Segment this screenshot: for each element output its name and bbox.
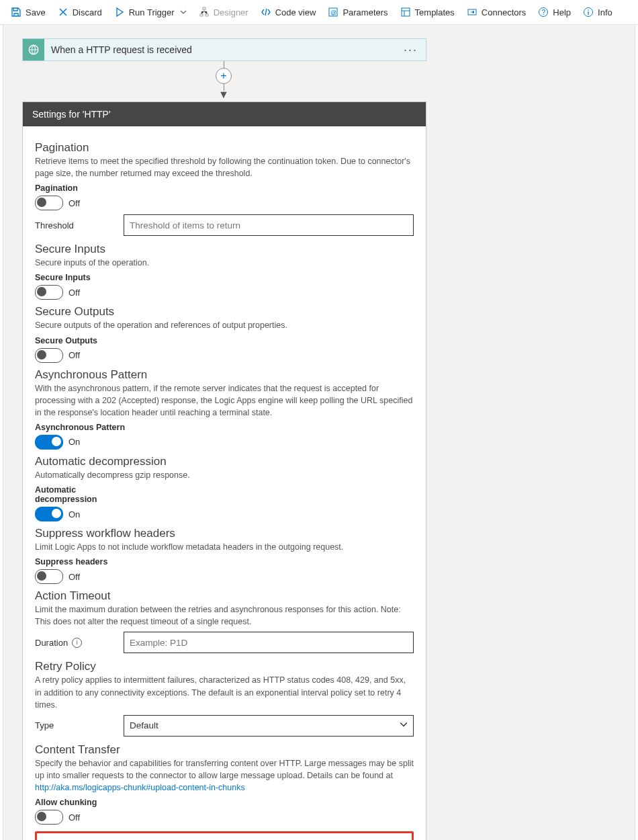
designer-canvas: When a HTTP request is received ··· + ▼ … — [3, 25, 635, 840]
trigger-card[interactable]: When a HTTP request is received ··· — [22, 38, 426, 61]
save-label: Save — [26, 7, 46, 17]
secure-inputs-desc: Secure inputs of the operation. — [35, 257, 414, 269]
svg-point-10 — [588, 9, 589, 11]
chunking-toggle[interactable] — [35, 810, 63, 825]
templates-label: Templates — [415, 7, 455, 17]
add-step-button[interactable]: + — [216, 68, 232, 84]
pagination-state: Off — [69, 198, 80, 208]
retry-type-select[interactable]: Default — [124, 715, 414, 737]
async-desc: With the asynchronous pattern, if the re… — [35, 382, 414, 419]
toolbar: Save Discard Run Trigger Designer Code v… — [0, 0, 638, 25]
parameters-icon: @ — [328, 7, 338, 17]
decompress-label: Automatic decompression — [35, 485, 109, 504]
suppress-desc: Limit Logic Apps to not include workflow… — [35, 541, 414, 553]
retry-type-label: Type — [35, 720, 116, 730]
pagination-toggle[interactable] — [35, 196, 63, 210]
async-label: Asynchronous Pattern — [35, 423, 414, 432]
discard-button[interactable]: Discard — [52, 4, 107, 20]
connectors-icon — [467, 7, 477, 17]
secure-outputs-toggle[interactable] — [35, 348, 63, 363]
decompress-title: Automatic decompression — [35, 455, 414, 468]
secure-outputs-title: Secure Outputs — [35, 305, 414, 319]
run-trigger-button[interactable]: Run Trigger — [109, 4, 192, 20]
help-label: Help — [553, 7, 571, 17]
save-button[interactable]: Save — [5, 4, 51, 20]
run-label: Run Trigger — [129, 7, 175, 17]
chunking-state: Off — [69, 812, 80, 823]
suppress-title: Suppress workflow headers — [35, 527, 414, 540]
help-button[interactable]: ? Help — [533, 4, 576, 20]
code-icon — [261, 7, 271, 17]
templates-button[interactable]: Templates — [395, 4, 460, 20]
svg-rect-2 — [206, 14, 208, 16]
secure-outputs-desc: Secure outputs of the operation and refe… — [35, 319, 414, 331]
pagination-label: Pagination — [35, 183, 414, 193]
secure-inputs-state: Off — [69, 288, 80, 298]
discard-icon — [58, 7, 69, 17]
secure-inputs-label: Secure Inputs — [35, 273, 414, 282]
duration-label: Duration i — [35, 638, 116, 648]
connector-line: + ▼ — [22, 61, 425, 100]
threshold-input[interactable] — [124, 214, 414, 236]
designer-button[interactable]: Designer — [193, 4, 254, 20]
settings-panel: Settings for 'HTTP' Pagination Retrieve … — [22, 101, 426, 840]
help-icon: ? — [538, 7, 549, 17]
codeview-label: Code view — [275, 7, 316, 17]
chevron-down-icon — [180, 9, 187, 15]
codeview-button[interactable]: Code view — [255, 4, 322, 20]
info-tip-icon[interactable]: i — [72, 638, 82, 648]
async-title: Asynchronous Pattern — [35, 368, 414, 382]
svg-rect-1 — [200, 14, 203, 16]
svg-rect-0 — [203, 7, 206, 9]
info-icon — [583, 7, 594, 17]
parameters-button[interactable]: @ Parameters — [322, 4, 393, 20]
play-icon — [114, 7, 125, 17]
async-state: On — [69, 437, 80, 447]
retry-desc: A retry policy applies to intermittent f… — [35, 674, 414, 710]
http-trigger-icon — [23, 39, 44, 60]
duration-input[interactable] — [124, 632, 414, 653]
secure-outputs-label: Secure Outputs — [35, 336, 414, 345]
tracked-properties-highlight: Tracked Properties MyCustomTrackedProper… — [35, 831, 414, 840]
svg-rect-5 — [402, 8, 410, 16]
suppress-toggle[interactable] — [35, 569, 63, 584]
settings-header: Settings for 'HTTP' — [23, 102, 426, 126]
designer-label: Designer — [214, 7, 248, 17]
timeout-desc: Limit the maximum duration between the r… — [35, 603, 414, 628]
info-button[interactable]: Info — [578, 4, 618, 20]
retry-type-value: Default — [130, 720, 158, 730]
secure-outputs-state: Off — [69, 350, 80, 360]
chunking-label: Allow chunking — [35, 798, 414, 807]
threshold-label: Threshold — [35, 220, 116, 230]
arrow-down-icon: ▼ — [218, 89, 229, 100]
trigger-title: When a HTTP request is received — [44, 44, 396, 55]
connectors-label: Connectors — [482, 7, 526, 17]
templates-icon — [400, 7, 411, 17]
content-title: Content Transfer — [35, 743, 414, 757]
designer-icon — [199, 7, 210, 17]
content-link[interactable]: http://aka.ms/logicapps-chunk#upload-con… — [35, 783, 245, 792]
decompress-toggle[interactable] — [35, 507, 63, 521]
info-label: Info — [598, 7, 612, 17]
suppress-label: Suppress headers — [35, 557, 414, 566]
parameters-label: Parameters — [343, 7, 388, 17]
decompress-desc: Automatically decompress gzip response. — [35, 469, 414, 481]
chevron-down-icon — [400, 720, 408, 730]
pagination-title: Pagination — [35, 141, 414, 155]
decompress-state: On — [69, 509, 80, 519]
trigger-more-button[interactable]: ··· — [396, 43, 426, 57]
pagination-desc: Retrieve items to meet the specified thr… — [35, 155, 414, 179]
save-icon — [11, 7, 21, 17]
secure-inputs-title: Secure Inputs — [35, 243, 414, 256]
timeout-title: Action Timeout — [35, 589, 414, 603]
content-desc: Specify the behavior and capabilities fo… — [35, 757, 414, 794]
connectors-button[interactable]: Connectors — [461, 4, 531, 20]
discard-label: Discard — [73, 7, 102, 17]
async-toggle[interactable] — [35, 435, 63, 450]
suppress-state: Off — [69, 572, 80, 582]
secure-inputs-toggle[interactable] — [35, 285, 63, 300]
svg-text:?: ? — [542, 9, 546, 16]
retry-title: Retry Policy — [35, 660, 414, 673]
svg-text:@: @ — [330, 9, 336, 16]
